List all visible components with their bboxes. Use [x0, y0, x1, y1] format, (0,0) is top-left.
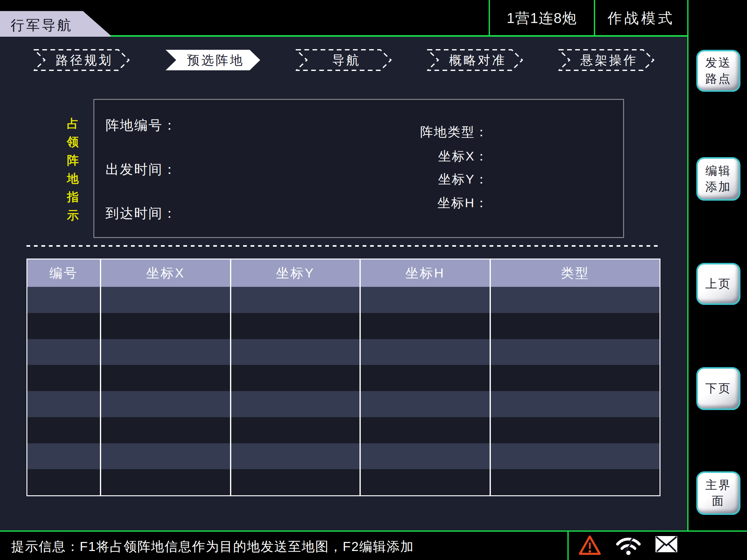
warning-icon [578, 535, 601, 556]
column-header-3: 坐标Y [231, 260, 361, 287]
positions-table: 编号坐标X坐标Y坐标H类型 [26, 259, 661, 496]
button-label-line: 路点 [705, 71, 731, 87]
send-waypoint-button[interactable]: 发送路点 [696, 50, 741, 92]
step-tab-label: 概略对准 [427, 49, 523, 71]
table-cell [231, 339, 361, 365]
table-cell [491, 287, 660, 313]
table-cell [101, 469, 231, 495]
step-tab-label: 路径规划 [34, 49, 130, 71]
table-cell [491, 469, 660, 495]
combat-mode-label: 作战模式 [595, 0, 687, 37]
step-tab-2[interactable]: 预选阵地 [165, 49, 261, 71]
button-label-line: 上页 [705, 276, 731, 292]
field-arrival-time: 到达时间： [105, 205, 177, 222]
step-tab-1[interactable]: 路径规划 [34, 49, 130, 71]
table-cell [361, 339, 491, 365]
status-bar: 提示信息：F1将占领阵地信息作为目的地发送至地图，F2编辑添加 [0, 530, 747, 560]
table-cell [361, 365, 491, 391]
table-cell [27, 287, 101, 313]
table-cell [231, 365, 361, 391]
field-departure-time: 出发时间： [105, 161, 177, 179]
dashed-separator [26, 245, 661, 247]
field-position-type: 阵地类型： [420, 124, 489, 141]
table-cell [27, 339, 101, 365]
table-cell [231, 443, 361, 470]
occupy-hint-char: 阵 [67, 151, 79, 169]
step-tab-label: 预选阵地 [165, 49, 261, 71]
button-label-line: 下页 [705, 380, 731, 396]
occupy-position-hint: 占领阵地指示 [63, 114, 82, 224]
table-cell [231, 287, 361, 313]
column-header-5: 类型 [491, 260, 660, 287]
position-info-panel: 阵地编号： 出发时间： 到达时间： 阵地类型： 坐标X： 坐标Y： 坐标H： [93, 99, 624, 238]
field-coord-y: 坐标Y： [438, 171, 489, 188]
table-header-row: 编号坐标X坐标Y坐标H类型 [27, 260, 660, 287]
table-cell [491, 313, 660, 339]
table-cell [361, 469, 491, 495]
table-cell [101, 391, 231, 417]
table-cell [361, 443, 491, 470]
button-label-line: 面 [712, 493, 725, 509]
unit-label: 1营1连8炮 [490, 0, 594, 37]
table-cell [491, 391, 660, 417]
wifi-icon [615, 535, 642, 555]
next-page-button[interactable]: 下页 [696, 367, 741, 410]
table-cell [27, 365, 101, 391]
button-label-line: 发送 [705, 55, 731, 71]
step-tab-label: 导航 [296, 49, 392, 71]
table-row[interactable] [27, 443, 660, 470]
table-row[interactable] [27, 313, 660, 339]
footer-divider [0, 530, 747, 532]
table-row[interactable] [27, 287, 660, 313]
table-row[interactable] [27, 417, 660, 443]
button-label-line: 添加 [705, 179, 731, 195]
prev-page-button[interactable]: 上页 [696, 263, 741, 305]
table-cell [361, 313, 491, 339]
occupy-hint-char: 地 [67, 169, 79, 188]
table-row[interactable] [27, 339, 660, 365]
table-cell [27, 391, 101, 417]
main-area: 路径规划预选阵地导航概略对准悬架操作 占领阵地指示 阵地编号： 出发时间： 到达… [0, 37, 687, 530]
top-bar: 行军导航 1营1连8炮 作战模式 炮长 [0, 0, 747, 37]
table-cell [491, 339, 660, 365]
table-cell [101, 443, 231, 470]
edit-add-button[interactable]: 编辑添加 [696, 157, 741, 201]
table-cell [491, 365, 660, 391]
table-cell [231, 391, 361, 417]
table-cell [27, 443, 101, 470]
table-row[interactable] [27, 365, 660, 391]
mail-icon [655, 535, 678, 554]
footer-separator [567, 532, 569, 560]
column-header-2: 坐标X [101, 260, 231, 287]
table-cell [101, 313, 231, 339]
right-sidebar: 16:32:20 2025/11/05 发送路点编辑添加上页下页主界面 [687, 0, 747, 560]
step-tab-5[interactable]: 悬架操作 [558, 49, 655, 71]
table-cell [491, 417, 660, 443]
main-screen-button[interactable]: 主界面 [696, 471, 741, 515]
button-label-line: 主界 [705, 477, 731, 493]
table-row[interactable] [27, 469, 660, 495]
column-header-4: 坐标H [361, 260, 491, 287]
table-cell [27, 417, 101, 443]
table-cell [27, 313, 101, 339]
occupy-hint-char: 示 [67, 206, 79, 224]
step-tab-4[interactable]: 概略对准 [427, 49, 523, 71]
occupy-hint-char: 领 [67, 133, 79, 151]
table-cell [231, 417, 361, 443]
table-row[interactable] [27, 391, 660, 417]
table-cell [27, 469, 101, 495]
step-tab-3[interactable]: 导航 [296, 49, 392, 71]
table-cell [101, 417, 231, 443]
field-coord-x: 坐标X： [438, 148, 489, 165]
field-position-number: 阵地编号： [105, 116, 177, 134]
table-cell [491, 443, 660, 470]
table-cell [101, 287, 231, 313]
march-navigation-screen: 行军导航 1营1连8炮 作战模式 炮长 路径规划预选阵地导航概略对准悬架操作 占… [0, 0, 747, 560]
occupy-hint-char: 指 [67, 188, 79, 206]
table-cell [361, 417, 491, 443]
hint-message: 提示信息：F1将占领阵地信息作为目的地发送至地图，F2编辑添加 [11, 538, 414, 555]
field-coord-h: 坐标H： [437, 194, 489, 212]
page-title: 行军导航 [10, 16, 73, 34]
app-title-tab: 行军导航 [0, 0, 112, 37]
column-header-1: 编号 [27, 260, 101, 287]
